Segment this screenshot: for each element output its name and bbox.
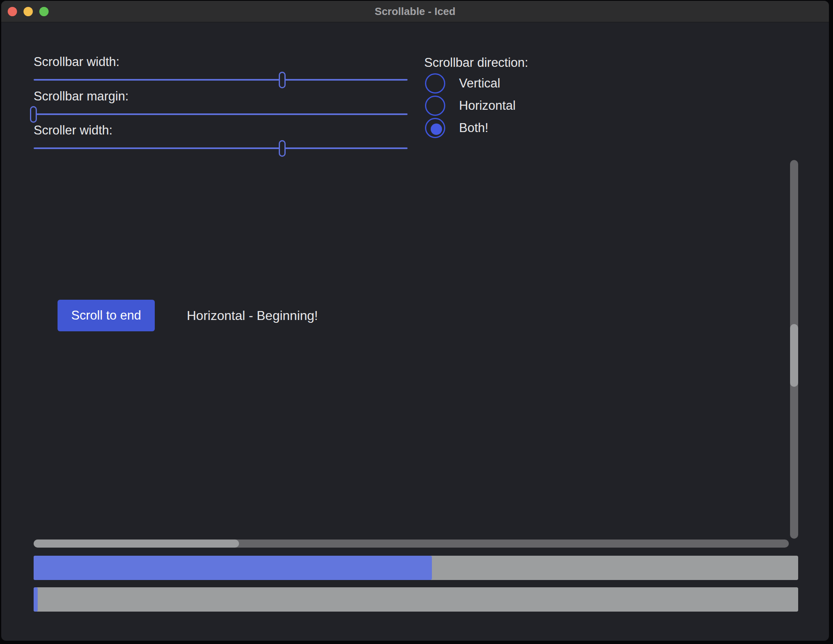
radio-label[interactable]: Vertical bbox=[459, 75, 500, 92]
slider-rail[interactable] bbox=[34, 113, 408, 115]
radio-circle-icon[interactable] bbox=[425, 73, 445, 94]
horizontal-scrollbar-thumb[interactable] bbox=[34, 540, 239, 548]
slider-rail[interactable] bbox=[34, 147, 408, 149]
scrollbar-direction-label: Scrollbar direction: bbox=[424, 55, 528, 71]
radio-circle-icon[interactable] bbox=[425, 118, 445, 138]
radio-label[interactable]: Both! bbox=[459, 120, 488, 136]
slider-handle[interactable] bbox=[279, 72, 286, 88]
scroll-status-text: Horizontal - Beginning! bbox=[187, 307, 318, 324]
y-scroll-progress-bar bbox=[34, 587, 798, 612]
radio-label[interactable]: Horizontal bbox=[459, 98, 516, 114]
scroll-to-end-button[interactable]: Scroll to end bbox=[58, 300, 155, 331]
slider-rail[interactable] bbox=[34, 79, 408, 81]
scrollbar-width-label: Scrollbar width: bbox=[34, 54, 120, 70]
title-bar: Scrollable - Iced bbox=[1, 1, 829, 22]
window-title: Scrollable - Iced bbox=[1, 1, 829, 22]
radio-circle-icon[interactable] bbox=[425, 96, 445, 116]
progress-fill bbox=[34, 556, 432, 580]
scroller-width-label: Scroller width: bbox=[34, 122, 113, 139]
scrollbar-margin-label: Scrollbar margin: bbox=[34, 88, 128, 104]
slider-handle[interactable] bbox=[279, 140, 286, 157]
x-scroll-progress-bar bbox=[34, 556, 798, 580]
horizontal-scrollbar-track[interactable] bbox=[34, 540, 789, 548]
slider-handle[interactable] bbox=[30, 106, 37, 123]
vertical-scrollbar-thumb[interactable] bbox=[790, 324, 798, 387]
progress-fill bbox=[34, 587, 38, 612]
app-window: Scrollable - Iced Scrollbar width: Scrol… bbox=[1, 1, 829, 641]
vertical-scrollbar-track[interactable] bbox=[790, 160, 798, 539]
